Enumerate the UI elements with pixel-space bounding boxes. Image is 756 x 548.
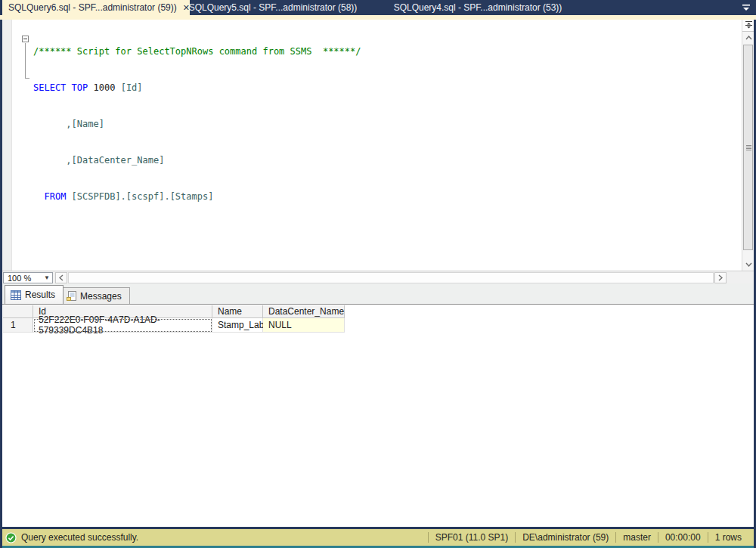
scroll-right-button[interactable]: [714, 272, 727, 283]
tab-label: SQLQuery6.sql - SPF...administrator (59)…: [8, 2, 177, 13]
status-time: 00:00:00: [658, 532, 708, 543]
editor-bottom-bar: 100 % ▼: [2, 271, 754, 283]
status-user: DE\administrator (59): [516, 532, 615, 543]
outline-guide-end: [25, 78, 29, 79]
code-line: SELECT TOP 1000 [Id]: [33, 82, 361, 94]
thumb-grip-icon: [746, 145, 751, 150]
status-message: Query executed successfully.: [21, 532, 138, 543]
code-line: FROM [SCSPFDB].[scspf].[Stamps]: [33, 190, 361, 203]
tab-results[interactable]: Results: [5, 285, 64, 304]
horizontal-scrollbar[interactable]: [68, 272, 714, 283]
scroll-down-button[interactable]: [742, 259, 754, 271]
tab-sqlquery6[interactable]: SQLQuery6.sql - SPF...administrator (59)…: [2, 0, 190, 15]
sql-editor[interactable]: /****** Script for SelectTopNRows comman…: [2, 20, 754, 271]
row-number-header[interactable]: [3, 305, 33, 318]
dropdown-arrow-icon: ▼: [42, 274, 52, 281]
column-header-name[interactable]: Name: [212, 305, 263, 318]
success-icon: [5, 532, 17, 543]
results-tab-label: Results: [25, 289, 55, 300]
ssms-query-window: SQLQuery6.sql - SPF...administrator (59)…: [0, 0, 756, 548]
row-header[interactable]: 1: [3, 318, 33, 333]
status-bar: Query executed successfully. SPF01 (11.0…: [0, 529, 756, 546]
status-server: SPF01 (11.0 SP1): [429, 532, 516, 543]
results-tab-strip: Results Messages: [2, 283, 754, 304]
status-database: master: [616, 532, 658, 543]
tab-messages[interactable]: Messages: [60, 287, 130, 304]
status-rowcount: 1 rows: [708, 532, 748, 543]
results-grid-icon: [11, 290, 21, 300]
code-line: /****** Script for SelectTopNRows comman…: [33, 45, 361, 57]
code-line: ,[DataCenter_Name]: [33, 154, 361, 166]
outline-collapse-box[interactable]: [22, 36, 29, 42]
chevron-down-icon: [745, 262, 752, 267]
results-grid: Id Name DataCenter_Name 1 52F222E0-F09F-…: [2, 304, 754, 527]
sql-code[interactable]: /****** Script for SelectTopNRows comman…: [33, 21, 361, 227]
tab-sqlquery4[interactable]: SQLQuery4.sql - SPF...administrator (53)…: [390, 0, 565, 15]
zoom-dropdown[interactable]: 100 % ▼: [3, 272, 53, 283]
splitter-icon: [745, 21, 753, 29]
tab-label: SQLQuery5.sql - SPF...administrator (58)…: [189, 2, 358, 13]
chevron-right-icon: [718, 274, 723, 281]
tab-label: SQLQuery4.sql - SPF...administrator (53)…: [394, 2, 562, 13]
code-line: ,[Name]: [33, 118, 361, 130]
document-tab-bar: SQLQuery6.sql - SPF...administrator (59)…: [0, 0, 756, 15]
scroll-up-button[interactable]: [742, 32, 754, 44]
grid-cell-datacenter-null[interactable]: NULL: [263, 318, 345, 333]
tab-sqlquery5[interactable]: SQLQuery5.sql - SPF...administrator (58)…: [191, 0, 355, 15]
window-left-border: [0, 0, 2, 548]
chevron-left-icon: [59, 274, 64, 281]
tab-list-dropdown-icon[interactable]: [741, 3, 751, 12]
zoom-level: 100 %: [4, 274, 42, 283]
scroll-left-button[interactable]: [55, 272, 67, 283]
editor-selection-margin: [2, 20, 12, 271]
vertical-scrollbar[interactable]: [742, 20, 754, 271]
vertical-scrollbar-thumb[interactable]: [743, 45, 753, 250]
results-pane: Results Messages Id Name DataCenter_Name…: [2, 283, 754, 527]
messages-tab-label: Messages: [80, 291, 122, 302]
grid-cell-name[interactable]: Stamp_Lab: [212, 318, 263, 333]
grid-cell-id[interactable]: 52F222E0-F09F-4A7D-A1AD-579339DC4B18: [33, 318, 212, 333]
messages-icon: [67, 291, 76, 302]
active-tab-underline: [0, 15, 756, 20]
splitter-handle[interactable]: [742, 20, 754, 32]
outline-guide-line: [25, 43, 26, 78]
chevron-up-icon: [745, 36, 752, 40]
column-header-datacenter[interactable]: DataCenter_Name: [263, 305, 345, 318]
